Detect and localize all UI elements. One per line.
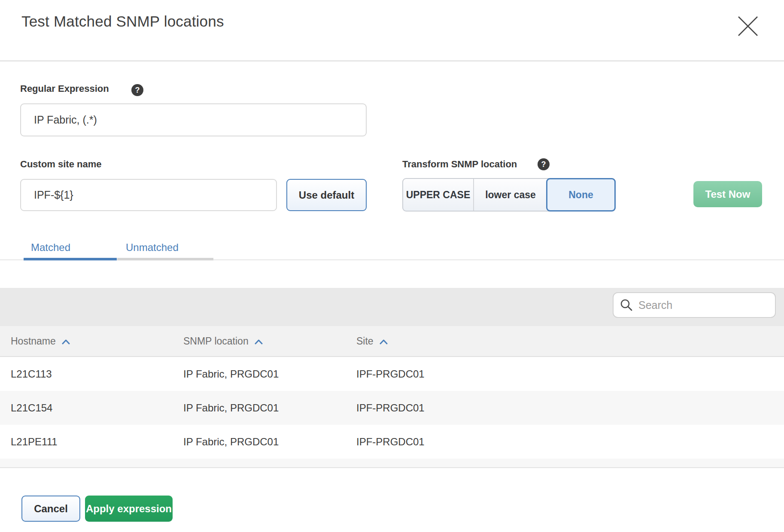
column-header-snmp-location[interactable]: SNMP location <box>183 326 263 356</box>
transform-help-icon[interactable]: ? <box>538 158 550 170</box>
cancel-button[interactable]: Cancel <box>21 496 80 522</box>
search-icon <box>620 298 633 312</box>
search-box[interactable] <box>613 292 776 318</box>
sort-chevron-up-icon[interactable] <box>255 336 263 347</box>
tab-matched[interactable]: Matched <box>31 242 70 254</box>
regex-label: Regular Expression <box>20 83 109 94</box>
cell-snmp-location: IP Fabric, PRGDC01 <box>183 391 279 425</box>
regex-input[interactable] <box>20 103 367 136</box>
transform-option-upper-case[interactable]: UPPER CASE <box>403 179 474 211</box>
cell-snmp-location: IP Fabric, PRGDC01 <box>183 357 279 391</box>
transform-option-none[interactable]: None <box>546 178 616 212</box>
custom-site-input[interactable] <box>20 179 277 211</box>
close-button[interactable] <box>735 14 761 39</box>
header-divider <box>0 60 784 61</box>
table-row-partial <box>0 459 784 468</box>
regex-help-icon[interactable]: ? <box>131 84 143 96</box>
test-now-button[interactable]: Test Now <box>693 181 762 207</box>
cell-site: IPF-PRGDC01 <box>356 391 425 425</box>
apply-expression-button[interactable]: Apply expression <box>85 496 173 522</box>
tab-unmatched[interactable]: Unmatched <box>126 242 179 254</box>
transform-segmented-control: UPPER CASE lower case None <box>402 178 616 212</box>
sort-chevron-up-icon[interactable] <box>62 336 70 347</box>
custom-site-label: Custom site name <box>20 159 102 170</box>
cell-site: IPF-PRGDC01 <box>356 357 425 391</box>
column-header-hostname[interactable]: Hostname <box>11 326 70 356</box>
cell-hostname: L21C154 <box>11 391 52 425</box>
table-row[interactable]: L21C154 IP Fabric, PRGDC01 IPF-PRGDC01 <box>0 391 784 425</box>
sort-chevron-up-icon[interactable] <box>380 336 388 347</box>
tab-matched-underline <box>24 258 117 260</box>
page-title: Test Matched SNMP locations <box>21 13 224 30</box>
search-input[interactable] <box>638 299 777 311</box>
cell-hostname: L21PE111 <box>11 425 58 459</box>
transform-option-lower-case[interactable]: lower case <box>474 179 547 211</box>
column-header-site[interactable]: Site <box>356 326 388 356</box>
table-row[interactable]: L21C113 IP Fabric, PRGDC01 IPF-PRGDC01 <box>0 357 784 391</box>
close-icon <box>736 15 760 39</box>
table-row[interactable]: L21PE111 IP Fabric, PRGDC01 IPF-PRGDC01 <box>0 425 784 459</box>
table-header-row: Hostname SNMP location Site <box>0 326 784 357</box>
use-default-button[interactable]: Use default <box>286 179 367 211</box>
transform-label: Transform SNMP location <box>402 159 517 170</box>
cell-site: IPF-PRGDC01 <box>356 425 425 459</box>
cell-hostname: L21C113 <box>11 357 52 391</box>
tab-unmatched-underline <box>117 258 213 260</box>
cell-snmp-location: IP Fabric, PRGDC01 <box>183 425 279 459</box>
